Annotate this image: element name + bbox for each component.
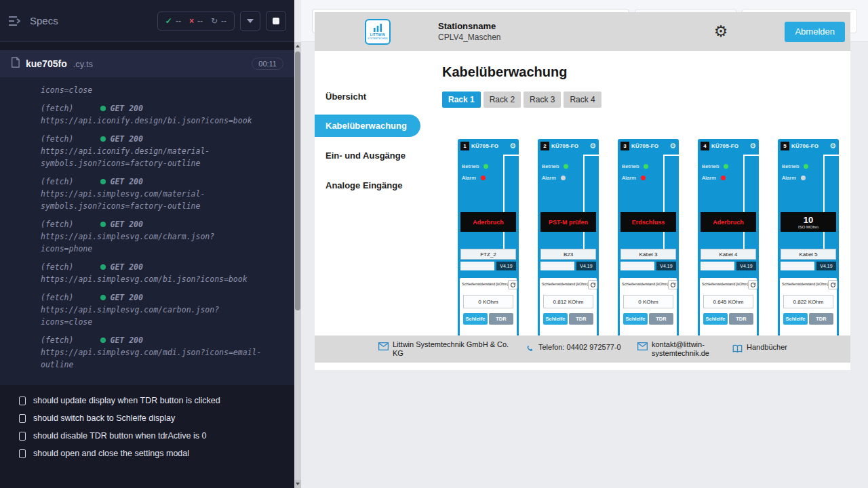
footer-email[interactable]: kontakt@littwin-systemtechnik.de — [637, 340, 716, 358]
app-footer: Littwin Systemtechnik GmbH & Co. KG Tele… — [315, 336, 850, 363]
footer-manuals-link[interactable]: Handbücher — [732, 343, 787, 356]
cable-name-field[interactable]: FTZ_2 — [460, 249, 516, 260]
scrollbar[interactable] — [294, 42, 301, 488]
schleife-button[interactable]: Schleife — [703, 313, 728, 325]
betrieb-led — [724, 164, 728, 169]
tdr-button[interactable]: TDR — [729, 313, 753, 325]
spec-file-icon — [11, 57, 20, 70]
test-item[interactable]: should switch back to Schleife display — [11, 409, 285, 427]
cable-diagram-line — [743, 155, 759, 156]
network-log-entry[interactable]: (fetch)GET 200 https://api.simplesvg.com… — [41, 291, 285, 328]
success-dot-icon — [100, 264, 106, 270]
test-stats: ✓-- ×-- ↻-- — [157, 12, 235, 30]
network-log-entry[interactable]: (fetch)GET 200 https://api.iconify.desig… — [41, 133, 285, 169]
tab-rack-4[interactable]: Rack 4 — [564, 92, 601, 108]
app-header: LITTWIN SYSTEMTECHNIK Stationsname CPLV4… — [315, 12, 850, 51]
cable-name-field[interactable]: Kabel 4 — [701, 249, 756, 260]
stop-tests-button[interactable] — [266, 11, 286, 31]
test-item[interactable]: should update display when TDR button is… — [11, 392, 285, 409]
alarm-led — [481, 176, 486, 180]
network-log-entry[interactable]: icons=close — [41, 84, 285, 96]
test-item[interactable]: should open and close the settings modal — [11, 445, 285, 462]
spec-file-bar: kue705fo .cy.ts 00:11 — [0, 50, 294, 77]
resistance-value: 0 KOhm — [623, 295, 673, 308]
alarm-led — [561, 176, 566, 180]
network-log-entry[interactable]: (fetch)GET 200 https://api.simplesvg.com… — [41, 261, 285, 285]
success-dot-icon — [100, 179, 106, 184]
command-log: icons=close (fetch)GET 200 https://api.i… — [0, 77, 294, 385]
footer-phone[interactable]: Telefon: 04402 972577-0 — [526, 343, 621, 356]
cable-name-field[interactable]: Kabel 3 — [620, 249, 676, 260]
device-card: 1 KÜ705-FO ⚙ Betrieb Alarm Aderbruch FTZ… — [458, 139, 519, 349]
network-log-entry[interactable]: (fetch)GET 200 https://api.simplesvg.com… — [41, 334, 285, 371]
cypress-runner-panel: Specs ✓-- ×-- ↻-- kue705fo .cy.ts 00:11 … — [0, 0, 294, 488]
sidebar-item-ein-und-ausgaenge[interactable]: Ein- und Ausgänge — [315, 140, 433, 170]
test-item[interactable]: should disable TDR button when tdrActive… — [11, 427, 285, 445]
device-card: 5 KÜ706-FO ⚙ Betrieb Alarm 10 ISO MOhm — [778, 139, 839, 349]
schleife-button[interactable]: Schleife — [623, 313, 648, 325]
card-settings-icon[interactable]: ⚙ — [829, 142, 836, 150]
tdr-button[interactable]: TDR — [649, 313, 673, 325]
screen: Specs ✓-- ×-- ↻-- kue705fo .cy.ts 00:11 … — [0, 0, 868, 488]
schleife-button[interactable]: Schleife — [783, 313, 808, 325]
network-log-entry[interactable]: (fetch)GET 200 https://api.iconify.desig… — [41, 102, 285, 127]
tdr-button[interactable]: TDR — [489, 313, 513, 325]
spec-file-name[interactable]: kue705fo — [26, 58, 67, 69]
schleife-button[interactable]: Schleife — [543, 313, 568, 325]
collapse-runs-button[interactable] — [240, 11, 260, 31]
device-card: 4 KÜ705-FO ⚙ Betrieb Alarm Aderbruch Kab… — [698, 139, 759, 349]
tab-rack-2[interactable]: Rack 2 — [484, 92, 521, 108]
scroll-up-arrow[interactable] — [294, 42, 301, 50]
success-dot-icon — [100, 222, 106, 227]
card-settings-icon[interactable]: ⚙ — [669, 142, 676, 150]
specs-menu-icon[interactable] — [8, 16, 22, 26]
slot-number: 1 — [460, 142, 469, 150]
cable-name-field[interactable]: Kabel 5 — [781, 249, 836, 260]
scrollbar-thumb[interactable] — [295, 52, 300, 310]
cable-name-field[interactable]: B23 — [540, 249, 596, 260]
tab-rack-1[interactable]: Rack 1 — [442, 92, 481, 108]
card-settings-icon[interactable]: ⚙ — [589, 142, 596, 150]
app-under-test: LITTWIN SYSTEMTECHNIK Stationsname CPLV4… — [315, 12, 850, 370]
refresh-icon[interactable] — [828, 280, 837, 289]
slot-number: 2 — [540, 142, 549, 150]
refresh-icon[interactable] — [588, 280, 597, 289]
firmware-version: V4.19 — [496, 262, 516, 270]
network-log-entry[interactable]: (fetch)GET 200 https://api.simplesvg.com… — [41, 218, 285, 255]
tab-rack-3[interactable]: Rack 3 — [524, 92, 561, 108]
stop-icon — [273, 18, 279, 24]
firmware-version: V4.19 — [576, 262, 596, 270]
clipboard-icon — [19, 396, 26, 405]
alarm-led — [641, 176, 646, 180]
firmware-version: V4.19 — [736, 262, 756, 270]
device-model: KÜ705-FO — [471, 143, 498, 149]
sidebar-item-uebersicht[interactable]: Übersicht — [315, 81, 433, 111]
resistance-value: 0.822 KOhm — [783, 295, 833, 308]
tdr-button[interactable]: TDR — [809, 313, 833, 325]
refresh-icon[interactable] — [748, 280, 757, 289]
station-name: CPLV4_Maschen — [438, 33, 501, 42]
refresh-icon[interactable] — [508, 280, 517, 289]
device-card: 3 KÜ705-FO ⚙ Betrieb Alarm Erdschluss Ka… — [618, 139, 679, 349]
slot-number: 5 — [781, 142, 789, 150]
device-model: KÜ705-FO — [551, 143, 578, 149]
success-dot-icon — [100, 136, 106, 142]
scroll-down-arrow[interactable] — [294, 480, 301, 488]
refresh-icon[interactable] — [668, 280, 677, 289]
card-settings-icon[interactable]: ⚙ — [509, 142, 516, 150]
logout-button[interactable]: Abmelden — [785, 22, 845, 42]
test-timer: 00:11 — [252, 58, 283, 70]
cable-diagram-line — [583, 155, 599, 156]
sidebar-item-analoge-eingaenge[interactable]: Analoge Eingänge — [315, 170, 433, 200]
clipboard-icon — [19, 432, 26, 441]
clipboard-icon — [19, 414, 26, 423]
sidebar-item-kabelueberwachung[interactable]: Kabelüberwachung — [315, 115, 420, 137]
card-settings-icon[interactable]: ⚙ — [749, 142, 756, 150]
network-log-entry[interactable]: (fetch)GET 200 https://api.simplesvg.com… — [41, 176, 285, 212]
success-dot-icon — [100, 106, 106, 111]
schleife-button[interactable]: Schleife — [463, 313, 488, 325]
cable-diagram-line — [823, 155, 825, 256]
settings-gear-icon[interactable]: ⚙ — [714, 24, 728, 39]
status-display: Aderbruch — [701, 212, 756, 232]
tdr-button[interactable]: TDR — [569, 313, 593, 325]
